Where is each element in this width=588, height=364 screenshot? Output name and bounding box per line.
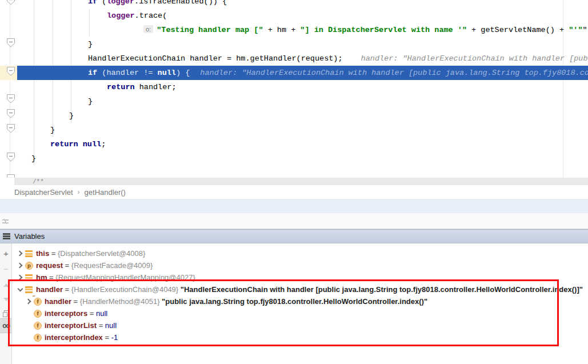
variable-name: hm (36, 273, 47, 282)
breadcrumb-class[interactable]: DispatcherServlet (14, 188, 73, 197)
parameter-icon: p (25, 262, 33, 270)
gutter-fold-line (10, 0, 10, 178)
code-line[interactable]: return handler; (17, 80, 588, 94)
value-icon (25, 274, 33, 282)
debug-toolwindow-strip (0, 199, 588, 213)
variables-panel-body: +−oo this = {DispatcherServlet@4008}preq… (0, 243, 588, 364)
variable-row-interceptorIndex[interactable]: finterceptorIndex = -1 (12, 331, 588, 343)
add-watch-button[interactable]: + (0, 247, 12, 259)
object-reference: {HandlerMethod@4051} (80, 297, 160, 306)
code-line[interactable]: return null; (17, 137, 588, 151)
equals-sign: = (103, 333, 111, 342)
object-reference: {HandlerExecutionChain@4049} (71, 285, 178, 294)
field-icon: f (34, 310, 42, 318)
value-icon (25, 286, 33, 294)
chevron-down-icon[interactable] (15, 285, 25, 294)
move-up-button[interactable] (0, 279, 12, 291)
object-reference: {DispatcherServlet@4008} (58, 249, 145, 258)
variables-tree: this = {DispatcherServlet@4008}prequest … (12, 247, 588, 343)
inline-debugger-value-hint: handler: "HandlerExecutionChain with han… (200, 69, 588, 77)
duplicate-icon (3, 310, 9, 317)
equals-sign: = (97, 321, 105, 330)
variables-panel-title: Variables (14, 232, 45, 241)
layout-settings-icon[interactable] (2, 218, 9, 225)
chevron-right-icon[interactable] (15, 273, 25, 282)
variable-name: interceptors (45, 309, 87, 318)
chevron-spacer (24, 309, 34, 318)
tostring-value: "HandlerExecutionChain with handler [pub… (178, 285, 583, 294)
object-reference: {RequestFacade@4009} (71, 261, 153, 270)
fold-marker-icon[interactable] (7, 94, 15, 103)
variable-row-interceptorList[interactable]: finterceptorList = null (12, 319, 588, 331)
chevron-right-icon[interactable] (15, 261, 25, 270)
value-icon (25, 250, 33, 258)
equals-sign: = (87, 309, 96, 318)
duplicate-button[interactable] (0, 308, 12, 319)
variable-name: interceptorIndex (45, 333, 103, 342)
variable-row-handler[interactable]: handler = {HandlerExecutionChain@4049} "… (12, 283, 588, 295)
variable-name: request (36, 261, 63, 270)
equals-sign: = (63, 285, 71, 294)
fold-marker-icon[interactable] (7, 38, 15, 47)
code-line[interactable]: } (17, 151, 588, 166)
variables-icon (3, 233, 10, 239)
variable-row-interceptors[interactable]: finterceptors = null (12, 307, 588, 319)
fold-marker-icon[interactable] (7, 153, 15, 162)
chevron-right-icon[interactable] (15, 249, 25, 258)
breadcrumb: DispatcherServlet › getHandler() (0, 185, 588, 199)
equals-sign: = (71, 297, 80, 306)
variable-row-handler[interactable]: fhandler = {HandlerMethod@4051} "public … (12, 295, 588, 307)
code-line[interactable]: HandlerExecutionChain handler = hm.getHa… (17, 51, 588, 66)
primitive-value: null (96, 309, 107, 318)
variable-row-this[interactable]: this = {DispatcherServlet@4008} (12, 247, 588, 259)
equals-sign: = (49, 249, 58, 258)
code-line[interactable]: } (17, 37, 588, 51)
chevron-spacer (24, 333, 34, 342)
inline-debugger-value-hint: handler: "HandlerExecutionChain with han… (361, 54, 588, 63)
field-icon: f (34, 322, 42, 330)
primitive-value: null (105, 321, 117, 330)
chevron-spacer (24, 321, 34, 330)
code-editor[interactable]: if (logger.isTraceEnabled()) {logger.tra… (0, 0, 588, 178)
move-down-icon (3, 298, 9, 301)
variable-name: interceptorList (45, 321, 97, 330)
equals-sign: = (63, 261, 71, 270)
code-line[interactable]: o:"Testing handler map [" + hm + "] in D… (17, 23, 588, 37)
variable-name: handler (45, 297, 71, 306)
collapsed-code-line[interactable]: /** (14, 178, 588, 185)
fold-marker-icon[interactable] (7, 174, 15, 178)
equals-sign: = (47, 273, 56, 282)
tostring-value: "public java.lang.String top.fjy8018.con… (159, 297, 427, 306)
variable-name: this (36, 249, 49, 258)
variable-row-request[interactable]: prequest = {RequestFacade@4009} (12, 259, 588, 271)
code-line[interactable]: } (17, 123, 588, 137)
variables-panel-header[interactable]: Variables (0, 229, 588, 243)
fold-marker-icon[interactable] (7, 109, 15, 118)
move-up-icon (3, 283, 9, 287)
fold-marker-icon[interactable] (7, 0, 15, 5)
variables-side-toolbar: +−oo (0, 243, 12, 364)
code-line[interactable]: } (17, 94, 588, 109)
primitive-value: -1 (111, 333, 118, 342)
breadcrumb-separator-icon: › (78, 188, 80, 196)
debug-toolbar-row (0, 213, 588, 229)
fold-marker-icon[interactable] (7, 124, 15, 133)
field-icon: f (34, 298, 42, 306)
field-icon: f (34, 334, 42, 342)
breadcrumb-method[interactable]: getHandler() (85, 188, 126, 197)
variable-name: handler (36, 285, 63, 294)
code-line[interactable]: logger.trace( (17, 9, 588, 23)
collapsed-code-text: /** (33, 178, 44, 185)
code-line[interactable]: if (logger.isTraceEnabled()) { (17, 0, 588, 9)
object-reference: {RequestMappingHandlerMapping@4027} (55, 273, 195, 282)
ide-debug-window: if (logger.isTraceEnabled()) {logger.tra… (0, 0, 588, 364)
code-line[interactable]: } (17, 109, 588, 123)
fold-marker-icon[interactable] (7, 67, 15, 76)
remove-watch-button[interactable]: − (0, 263, 12, 274)
variable-row-hm[interactable]: hm = {RequestMappingHandlerMapping@4027} (12, 271, 588, 283)
show-watches-toggle[interactable]: oo (0, 318, 12, 333)
move-down-button[interactable] (0, 294, 12, 305)
execution-point-line[interactable]: if (handler != null) { handler: "Handler… (17, 66, 588, 80)
parameter-name-hint: o: (143, 25, 153, 33)
